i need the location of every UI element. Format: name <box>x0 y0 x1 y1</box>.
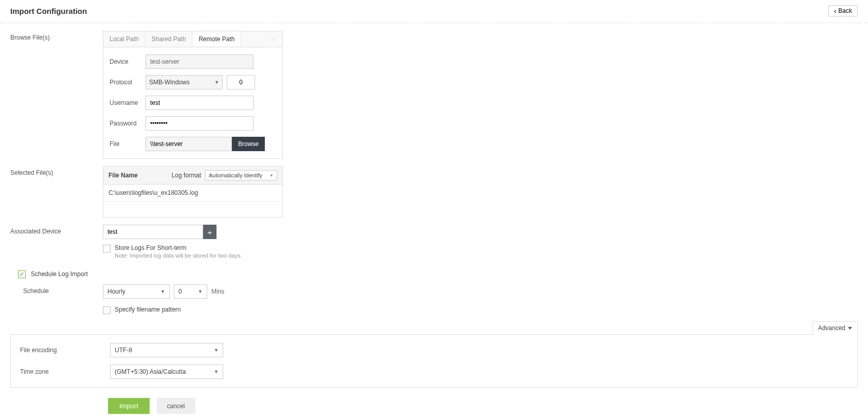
chevron-down-icon: ▼ <box>198 289 203 294</box>
tab-local-path[interactable]: Local Path <box>103 31 146 47</box>
specify-pattern-checkbox[interactable] <box>103 306 111 314</box>
schedule-log-import-label: Schedule Log Import <box>31 270 88 278</box>
advanced-box: File encoding UTF-8 ▼ Time zone (GMT+5:3… <box>10 334 858 388</box>
browse-files-box: Local Path Shared Path Remote Path ︿ Dev… <box>103 31 283 159</box>
log-format-label: Log format <box>172 172 201 179</box>
file-path-input[interactable] <box>146 137 232 151</box>
chevron-down-icon: ▼ <box>160 289 165 294</box>
mins-label: Mins <box>211 288 224 295</box>
back-button-label: Back <box>838 7 852 14</box>
tab-shared-path[interactable]: Shared Path <box>146 31 193 47</box>
chevron-down-icon: ▼ <box>214 369 219 374</box>
protocol-port-input[interactable] <box>227 75 255 89</box>
password-label: Password <box>110 120 146 127</box>
advanced-toggle[interactable]: Advanced <box>812 321 858 335</box>
device-label: Device <box>110 58 146 65</box>
protocol-value: SMB-Windows <box>149 79 190 86</box>
password-input[interactable] <box>146 116 254 131</box>
schedule-minutes-select[interactable]: 0 ▼ <box>174 284 207 299</box>
chevron-down-icon: ▼ <box>214 348 219 353</box>
file-encoding-select[interactable]: UTF-8 ▼ <box>110 343 223 357</box>
log-format-value: Automatically Identify <box>209 172 262 178</box>
store-logs-label: Store Logs For Short-term <box>115 244 242 251</box>
schedule-log-import-checkbox[interactable] <box>18 270 26 278</box>
plus-icon: + <box>208 228 212 237</box>
chevron-down-icon: ▼ <box>269 173 274 178</box>
advanced-label: Advanced <box>818 324 845 332</box>
username-label: Username <box>110 99 146 106</box>
timezone-select[interactable]: (GMT+5:30) Asia/Calcutta ▼ <box>110 365 223 379</box>
tab-remote-path[interactable]: Remote Path <box>192 31 241 47</box>
selected-files-label: Selected File(s) <box>10 166 103 176</box>
file-encoding-value: UTF-8 <box>115 347 132 354</box>
collapse-icon[interactable]: ︿ <box>263 31 282 47</box>
chevron-down-icon: ▼ <box>214 80 219 85</box>
file-label: File <box>110 140 146 148</box>
username-input[interactable] <box>146 96 254 110</box>
schedule-minutes-value: 0 <box>178 288 182 295</box>
timezone-label: Time zone <box>20 368 110 375</box>
store-logs-note: Note: Imported log data will be stored f… <box>115 252 242 259</box>
protocol-select[interactable]: SMB-Windows ▼ <box>146 75 223 89</box>
add-device-button[interactable]: + <box>203 225 216 239</box>
file-name-header: File Name <box>109 172 172 179</box>
associated-device-input[interactable] <box>103 225 203 239</box>
selected-files-box: File Name Log format Automatically Ident… <box>103 166 283 217</box>
file-encoding-label: File encoding <box>20 347 110 354</box>
schedule-frequency-value: Hourly <box>107 288 125 295</box>
schedule-frequency-select[interactable]: Hourly ▼ <box>103 284 170 299</box>
specify-pattern-label: Specify filename pattern <box>115 306 181 313</box>
log-format-select[interactable]: Automatically Identify ▼ <box>205 170 277 180</box>
browse-files-label: Browse File(s) <box>10 31 103 41</box>
chevron-left-icon: ‹ <box>834 7 837 14</box>
caret-down-icon <box>848 327 852 330</box>
selected-file-item: C:\users\logfiles\u_ex180305.log <box>103 185 282 202</box>
protocol-label: Protocol <box>110 79 146 86</box>
associated-device-label: Associated Device <box>10 225 103 235</box>
timezone-value: (GMT+5:30) Asia/Calcutta <box>115 368 186 375</box>
device-input[interactable] <box>146 54 254 69</box>
store-logs-checkbox[interactable] <box>103 245 111 252</box>
browse-button[interactable]: Browse <box>232 137 265 151</box>
schedule-label: Schedule <box>10 284 103 295</box>
import-button[interactable]: Import <box>108 398 150 414</box>
cancel-button[interactable]: cancel <box>157 398 195 414</box>
back-button[interactable]: ‹ Back <box>828 5 858 16</box>
page-title: Import Configuration <box>10 7 87 15</box>
